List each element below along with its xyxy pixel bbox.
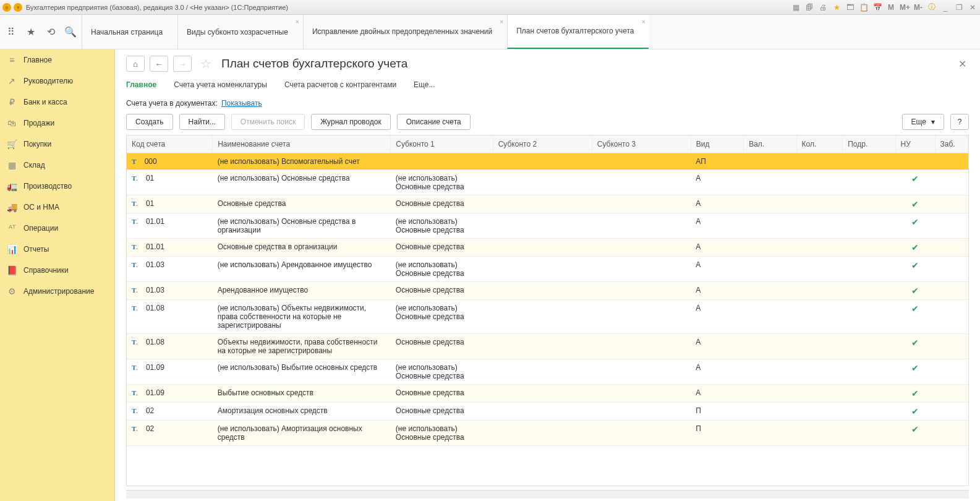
table-row[interactable]: T 02Амортизация основных средствОсновные… xyxy=(127,403,968,421)
table-row[interactable]: T 01.09Выбытие основных средствОсновные … xyxy=(127,385,968,403)
info-icon[interactable]: ⓘ xyxy=(927,2,937,12)
info-link[interactable]: Показывать xyxy=(221,99,262,108)
sidebar-item[interactable]: 📊Отчеты xyxy=(0,239,114,260)
sidebar-item[interactable]: ↗Руководителю xyxy=(0,71,114,92)
table-row[interactable]: T 01.09(не использовать) Выбытие основны… xyxy=(127,359,968,385)
column-header[interactable]: Кол. xyxy=(796,135,843,153)
sidebar-icon: ▦ xyxy=(6,160,17,170)
subnav-item[interactable]: Еще... xyxy=(414,80,435,90)
history-icon[interactable]: ⟲ xyxy=(45,26,57,38)
favorite-icon[interactable]: ☆ xyxy=(200,56,211,71)
home-button[interactable]: ⌂ xyxy=(126,56,145,72)
table-row[interactable]: T 01Основные средстваОсновные средстваА✔ xyxy=(127,195,968,213)
titlebar-icon[interactable]: 🖨 xyxy=(818,3,828,12)
column-header[interactable]: Субконто 2 xyxy=(493,135,592,153)
forward-button[interactable]: → xyxy=(173,56,192,72)
titlebar-icon[interactable]: 🗐 xyxy=(804,3,814,12)
table-row[interactable]: T 01.01Основные средства в организацииОс… xyxy=(127,239,968,257)
sidebar-label: Отчеты xyxy=(23,245,49,254)
sidebar-icon: ≡ xyxy=(6,55,17,65)
m-minus-button[interactable]: M- xyxy=(913,3,923,12)
sidebar-item[interactable]: 🚚ОС и НМА xyxy=(0,197,114,218)
table-row[interactable]: T 01.08Объекты недвижимости, права собст… xyxy=(127,334,968,359)
m-plus-button[interactable]: M+ xyxy=(900,3,910,12)
find-button[interactable]: Найти... xyxy=(179,114,225,130)
subnav-item[interactable]: Счета учета номенклатуры xyxy=(174,80,267,90)
main-area: ≡Главное↗Руководителю₽Банк и касса🛍Прода… xyxy=(0,49,980,501)
calendar-icon[interactable]: 📅 xyxy=(872,3,882,12)
subnav-item[interactable]: Счета расчетов с контрагентами xyxy=(284,80,396,90)
account-type-icon: T xyxy=(132,200,138,207)
column-header[interactable]: Код счета xyxy=(127,135,213,153)
help-button[interactable]: ? xyxy=(950,114,969,130)
sidebar-icon: ₽ xyxy=(6,97,17,107)
column-header[interactable]: Наименование счета xyxy=(213,135,391,153)
sidebar-icon: ⚙ xyxy=(6,286,17,296)
sidebar-icon: ᴬᵀ xyxy=(6,223,17,233)
sidebar-item[interactable]: ⚙Администрирование xyxy=(0,281,114,302)
tab[interactable]: Начальная страница xyxy=(82,15,177,49)
column-header[interactable]: Субконто 1 xyxy=(391,135,493,153)
tab[interactable]: Виды субконто хозрасчетные× xyxy=(177,15,303,49)
close-page-icon[interactable]: ✕ xyxy=(958,58,969,70)
apps-icon[interactable]: ⠿ xyxy=(5,26,17,38)
cancel-search-button: Отменить поиск xyxy=(231,114,305,130)
sidebar-label: Администрирование xyxy=(23,287,94,296)
back-button[interactable]: ← xyxy=(150,56,168,72)
table-wrap[interactable]: Код счетаНаименование счетаСубконто 1Суб… xyxy=(126,135,969,486)
check-icon: ✔ xyxy=(900,242,930,252)
sidebar-item[interactable]: ᴬᵀОперации xyxy=(0,218,114,239)
dropdown-icon[interactable]: ▾ xyxy=(14,3,22,12)
table-row[interactable]: T 01.08(не использовать) Объекты недвижи… xyxy=(127,300,968,334)
tab-close-icon[interactable]: × xyxy=(296,19,299,25)
subnav: ГлавноеСчета учета номенклатурыСчета рас… xyxy=(126,77,969,96)
chevron-down-icon: ▾ xyxy=(931,118,935,126)
sidebar-icon: ↗ xyxy=(6,76,17,86)
tab[interactable]: План счетов бухгалтерского учета× xyxy=(507,15,649,49)
close-icon[interactable]: ✕ xyxy=(968,3,978,12)
tab-close-icon[interactable]: × xyxy=(500,19,503,26)
search-icon[interactable]: 🔍 xyxy=(64,26,77,38)
create-button[interactable]: Создать xyxy=(126,114,173,130)
description-button[interactable]: Описание счета xyxy=(397,114,471,130)
sidebar-item[interactable]: ≡Главное xyxy=(0,49,114,71)
sidebar-item[interactable]: 📕Справочники xyxy=(0,260,114,281)
sidebar-item[interactable]: 🛍Продажи xyxy=(0,113,114,134)
table-row[interactable]: T 000(не использовать) Вспомогательный с… xyxy=(127,153,968,170)
table-row[interactable]: T 01(не использовать) Основные средства(… xyxy=(127,170,968,195)
m-button[interactable]: M xyxy=(886,3,896,12)
titlebar-icon[interactable]: 📋 xyxy=(859,3,869,12)
tab-close-icon[interactable]: × xyxy=(642,19,646,26)
column-header[interactable]: Вал. xyxy=(744,135,796,153)
account-type-icon: T xyxy=(132,304,138,312)
sidebar-item[interactable]: 🛒Покупки xyxy=(0,134,114,155)
more-button[interactable]: Еще▾ xyxy=(902,114,944,130)
sidebar-icon: 🚚 xyxy=(6,202,17,212)
info-row: Счета учета в документах: Показывать xyxy=(126,96,969,114)
account-type-icon: T xyxy=(132,158,136,165)
tabs: Начальная страницаВиды субконто хозрасче… xyxy=(82,15,649,49)
column-header[interactable]: Вид xyxy=(691,135,743,153)
column-header[interactable]: Субконто 3 xyxy=(592,135,691,153)
column-header[interactable]: НУ xyxy=(895,135,935,153)
table-row[interactable]: T 01.03Арендованное имуществоОсновные ср… xyxy=(127,282,968,300)
titlebar-icon[interactable]: ★ xyxy=(832,3,842,12)
maximize-icon[interactable]: ❐ xyxy=(954,3,964,12)
minimize-icon[interactable]: _ xyxy=(940,3,950,12)
table-row[interactable]: T 01.01(не использовать) Основные средст… xyxy=(127,213,968,239)
star-icon[interactable]: ★ xyxy=(25,26,37,38)
column-header[interactable]: Подр. xyxy=(843,135,895,153)
titlebar-icon[interactable]: 🗔 xyxy=(845,3,855,12)
subnav-item[interactable]: Главное xyxy=(126,80,156,90)
table-row[interactable]: T 02(не использовать) Амортизация основн… xyxy=(127,421,968,446)
tab[interactable]: Исправление двойных предопределенных зна… xyxy=(303,15,507,49)
tab-label: Начальная страница xyxy=(91,28,163,36)
horizontal-scrollbar[interactable] xyxy=(126,490,969,499)
sidebar-item[interactable]: ▦Склад xyxy=(0,155,114,176)
journal-button[interactable]: Журнал проводок xyxy=(311,114,391,130)
titlebar-icon[interactable]: ▦ xyxy=(791,3,801,12)
table-row[interactable]: T 01.03(не использовать) Арендованное им… xyxy=(127,257,968,282)
column-header[interactable]: Заб. xyxy=(935,135,968,153)
sidebar-item[interactable]: 🚛Производство xyxy=(0,176,114,197)
sidebar-item[interactable]: ₽Банк и касса xyxy=(0,92,114,113)
